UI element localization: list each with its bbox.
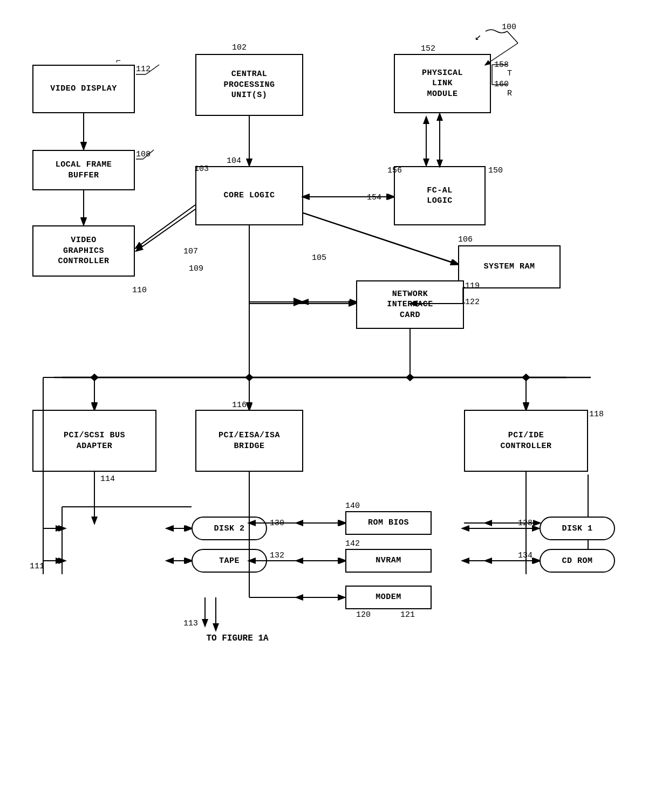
tape-box: TAPE (192, 549, 267, 573)
fc-al-box: FC-ALLOGIC (394, 166, 486, 225)
ref-112: 112 (136, 65, 151, 74)
disk1-box: DISK 1 (540, 517, 615, 540)
video-display-box: VIDEO DISPLAY (32, 65, 135, 113)
ref-109: 109 (189, 264, 203, 273)
ref-154: 154 (367, 193, 381, 202)
ref-112-arrow: ⌐ (116, 57, 121, 66)
svg-marker-33 (245, 374, 253, 381)
core-logic-box: CORE LOGIC (195, 166, 303, 225)
ref-140: 140 (345, 501, 360, 511)
ref-118: 118 (589, 410, 604, 419)
ref-113: 113 (183, 619, 198, 628)
ref-132: 132 (270, 551, 284, 560)
ref-122: 122 (465, 298, 480, 307)
ref-104: 104 (227, 156, 241, 166)
ref-152: 152 (421, 44, 435, 53)
video-graphics-box: VIDEOGRAPHICSCONTROLLER (32, 225, 135, 277)
ref-158: 158 (494, 60, 509, 70)
svg-line-49 (136, 209, 195, 251)
ref-107: 107 (183, 247, 198, 256)
cd-rom-box: CD ROM (540, 549, 615, 573)
svg-marker-37 (406, 374, 414, 381)
ref-156: 156 (387, 166, 402, 175)
ref-114: 114 (100, 474, 115, 484)
disk2-box: DISK 2 (192, 517, 267, 540)
ref-110: 110 (132, 286, 147, 295)
svg-marker-58 (406, 374, 414, 381)
figure-caption: TO FIGURE 1A (183, 634, 291, 643)
svg-marker-34 (522, 374, 530, 381)
pci-ide-box: PCI/IDECONTROLLER (464, 410, 588, 472)
ref-119: 119 (465, 281, 480, 291)
svg-marker-55 (90, 374, 99, 381)
ref-130: 130 (270, 519, 284, 528)
label-T: T (507, 69, 512, 78)
svg-line-85 (507, 31, 518, 43)
ref-100-arrow: ↙ (475, 30, 481, 43)
physical-link-box: PHYSICALLINKMODULE (394, 54, 491, 113)
ref-128-left: 128 (518, 519, 533, 528)
diagram: 100 ↙ VIDEO DISPLAY 112 ⌐ CENTRALPROCESS… (0, 0, 669, 812)
svg-marker-32 (91, 374, 98, 381)
local-frame-buffer-box: LOCAL FRAMEBUFFER (32, 150, 135, 190)
nic-box: NETWORKINTERFACECARD (356, 280, 464, 329)
pci-scsi-box: PCI/SCSI BUSADAPTER (32, 410, 156, 472)
svg-marker-56 (245, 374, 254, 381)
ref-142: 142 (345, 539, 360, 548)
ref-150: 150 (488, 166, 503, 175)
ref-106: 106 (458, 235, 473, 244)
pci-eisa-box: PCI/EISA/ISABRIDGE (195, 410, 303, 472)
ref-108: 108 (136, 150, 151, 159)
cpu-box: CENTRALPROCESSINGUNIT(S) (195, 54, 303, 116)
ref-160: 160 (494, 80, 509, 89)
rom-bios-box: ROM BIOS (345, 511, 432, 535)
nvram-box: NVRAM (345, 549, 432, 573)
ref-134-left: 134 (518, 551, 533, 560)
ref-120: 120 (356, 610, 371, 620)
ref-116: 116 (232, 401, 247, 410)
ref-121: 121 (400, 610, 415, 620)
ref-103: 103 (194, 164, 209, 174)
ref-102: 102 (232, 43, 247, 52)
svg-line-3 (136, 205, 195, 248)
ref-111: 111 (30, 562, 44, 571)
label-R: R (507, 89, 512, 98)
svg-marker-57 (522, 374, 530, 381)
modem-box: MODEM (345, 586, 432, 609)
ref-105: 105 (312, 253, 326, 263)
connection-lines (0, 0, 669, 812)
ref-100: 100 (502, 23, 516, 32)
